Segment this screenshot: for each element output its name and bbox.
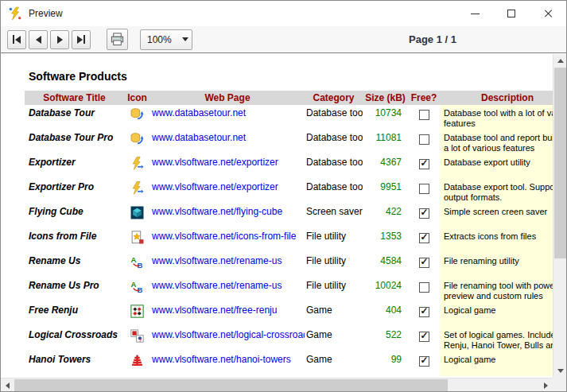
table-row: Flying Cubewww.vlsoftware.net/flying-cub… xyxy=(25,204,554,228)
chevron-down-icon xyxy=(179,37,192,41)
database-tour-icon xyxy=(130,137,144,148)
product-icon-cell xyxy=(124,302,150,327)
web-page-link[interactable]: www.vlsoftware.net/hanoi-towers xyxy=(150,351,305,376)
size-kb-cell: 4367 xyxy=(363,154,408,179)
next-page-button[interactable] xyxy=(50,30,69,49)
product-icon-cell xyxy=(124,105,150,130)
scroll-right-button[interactable] xyxy=(539,378,553,392)
product-icon-cell xyxy=(124,154,150,179)
last-page-button[interactable] xyxy=(72,30,91,49)
prev-page-icon xyxy=(36,36,41,44)
minimize-icon xyxy=(471,14,480,14)
first-page-icon xyxy=(13,35,14,44)
web-page-link[interactable]: www.vlsoftware.net/free-renju xyxy=(150,302,305,327)
size-kb-cell: 10024 xyxy=(363,278,408,302)
checkbox-checked-icon xyxy=(419,208,429,219)
table-row: Hanoi Towerswww.vlsoftware.net/hanoi-tow… xyxy=(25,351,554,376)
size-kb-cell: 1353 xyxy=(363,228,408,253)
horizontal-scroll-thumb[interactable] xyxy=(14,379,448,391)
last-page-icon xyxy=(77,36,83,44)
size-kb-cell: 422 xyxy=(363,204,408,228)
category-cell: Game xyxy=(305,302,363,327)
close-button[interactable] xyxy=(530,1,566,26)
web-page-link[interactable]: www.vlsoftware.net/exportizer xyxy=(150,154,305,179)
description-cell: Database tool with a lot of va features xyxy=(440,105,554,130)
checkbox-unchecked-icon xyxy=(419,184,429,194)
maximize-button[interactable] xyxy=(493,1,530,26)
scroll-up-button[interactable] xyxy=(553,54,567,68)
report-title: Software Products xyxy=(25,70,554,83)
table-row: Database Tourwww.databasetour.netDatabas… xyxy=(25,105,554,130)
table-row: Logical Crossroads?www.vlsoftware.net/lo… xyxy=(25,327,554,351)
table-row: Free Renjuwww.vlsoftware.net/free-renjuG… xyxy=(25,302,554,327)
software-title-cell: Logical Crossroads xyxy=(25,327,124,351)
column-header-icon: Icon xyxy=(124,91,150,105)
category-cell: File utility xyxy=(305,228,363,253)
logical-crossroads-icon: ? xyxy=(130,334,144,345)
print-button[interactable] xyxy=(107,29,128,50)
description-cell: Database export tool. Suppor output form… xyxy=(440,179,554,204)
flying-cube-icon xyxy=(130,211,144,222)
web-page-link[interactable]: www.vlsoftware.net/logical-crossroads xyxy=(150,327,305,351)
description-cell: Logical game xyxy=(440,302,554,327)
arrow-down-icon xyxy=(557,369,564,373)
zoom-dropdown[interactable]: 100% xyxy=(140,29,192,50)
first-page-button[interactable] xyxy=(7,30,26,49)
product-icon-cell xyxy=(124,179,150,204)
rename-us-icon: AB xyxy=(130,260,144,271)
web-page-link[interactable]: www.vlsoftware.net/exportizer xyxy=(150,179,305,204)
web-page-link[interactable]: www.vlsoftware.net/icons-from-file xyxy=(150,228,305,253)
table-body: Database Tourwww.databasetour.netDatabas… xyxy=(25,105,554,376)
free-cell xyxy=(408,351,440,376)
free-cell xyxy=(408,228,440,253)
column-header-software-title: Software Title xyxy=(25,91,124,105)
description-cell: Database tool and report buil a lot of v… xyxy=(440,130,554,154)
software-title-cell: Rename Us Pro xyxy=(25,278,124,302)
preview-window: Preview 100% xyxy=(0,0,567,392)
column-header-web-page: Web Page xyxy=(150,91,305,105)
size-kb-cell: 404 xyxy=(363,302,408,327)
horizontal-scrollbar[interactable] xyxy=(1,378,553,391)
rename-us-icon: AB xyxy=(130,285,144,296)
checkbox-checked-icon xyxy=(419,307,429,317)
arrow-right-icon xyxy=(544,382,548,389)
size-kb-cell: 99 xyxy=(363,351,408,376)
free-cell xyxy=(408,179,440,204)
svg-text:A: A xyxy=(131,280,137,289)
category-cell: Database tool xyxy=(305,130,363,154)
free-cell xyxy=(408,130,440,154)
page-nav-group xyxy=(7,30,91,49)
maximize-icon xyxy=(507,10,515,17)
software-title-cell: Flying Cube xyxy=(25,204,124,228)
table-header-row: Software TitleIconWeb PageCategorySize (… xyxy=(25,91,554,105)
web-page-link[interactable]: www.vlsoftware.net/flying-cube xyxy=(150,204,305,228)
web-page-link[interactable]: www.vlsoftware.net/rename-us xyxy=(150,253,305,278)
minimize-button[interactable] xyxy=(456,1,493,26)
table-row: Database Tour Prowww.databasetour.netDat… xyxy=(25,130,554,154)
free-cell xyxy=(408,253,440,278)
scroll-left-button[interactable] xyxy=(1,378,14,392)
free-cell xyxy=(408,278,440,302)
scrollbar-corner xyxy=(553,378,566,391)
table-row: Exportizerwww.vlsoftware.net/exportizerD… xyxy=(25,154,554,179)
web-page-link[interactable]: www.vlsoftware.net/rename-us xyxy=(150,278,305,302)
table-row: Rename Us ProABwww.vlsoftware.net/rename… xyxy=(25,278,554,302)
size-kb-cell: 9951 xyxy=(363,179,408,204)
vertical-scroll-thumb[interactable] xyxy=(554,68,566,258)
vertical-scrollbar[interactable] xyxy=(553,54,566,378)
prev-page-button[interactable] xyxy=(29,30,48,49)
free-cell xyxy=(408,154,440,179)
checkbox-checked-icon xyxy=(419,159,429,169)
software-title-cell: Rename Us xyxy=(25,253,124,278)
web-page-link[interactable]: www.databasetour.net xyxy=(150,130,305,154)
free-cell xyxy=(408,105,440,130)
software-title-cell: Database Tour Pro xyxy=(25,130,124,154)
free-cell xyxy=(408,204,440,228)
checkbox-checked-icon xyxy=(419,356,429,367)
scroll-down-button[interactable] xyxy=(553,364,567,378)
product-icon-cell xyxy=(124,351,150,376)
free-renju-icon xyxy=(130,309,144,320)
software-title-cell: Exportizer xyxy=(25,154,124,179)
zoom-value: 100% xyxy=(141,34,179,45)
web-page-link[interactable]: www.databasetour.net xyxy=(150,105,305,130)
